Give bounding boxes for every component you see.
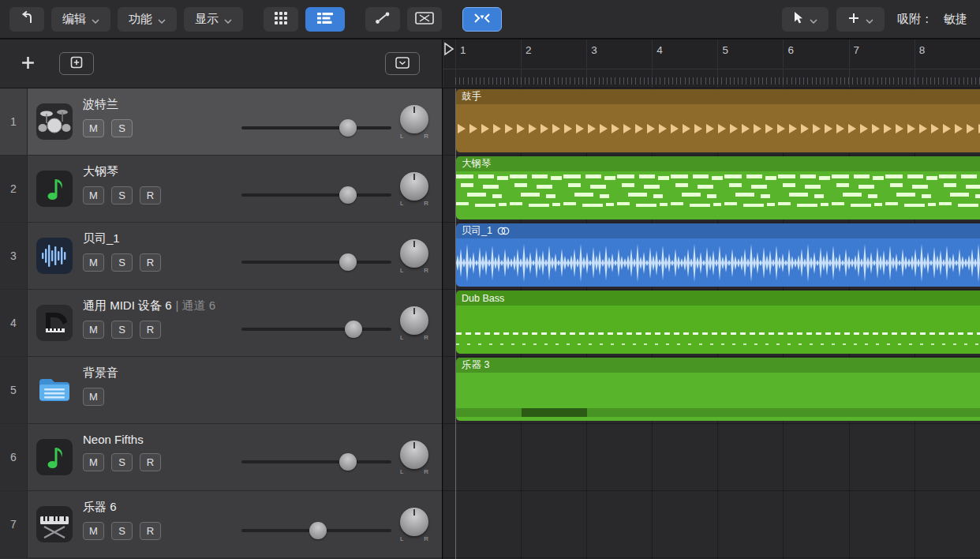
pan-knob[interactable]: LR bbox=[398, 305, 431, 341]
solo-button[interactable]: S bbox=[111, 321, 133, 339]
grand-piano-icon[interactable] bbox=[36, 305, 73, 341]
pan-knob[interactable]: LR bbox=[398, 238, 431, 274]
volume-slider-thumb[interactable] bbox=[339, 119, 357, 137]
mute-button[interactable]: M bbox=[83, 119, 104, 137]
track-header[interactable]: 1波特兰MSLR bbox=[0, 88, 442, 156]
region[interactable]: 贝司_1 bbox=[456, 223, 980, 287]
volume-slider-thumb[interactable] bbox=[345, 321, 362, 338]
bar-number: 1 bbox=[460, 44, 466, 56]
mute-button[interactable]: M bbox=[83, 253, 104, 272]
add-track-button[interactable] bbox=[21, 55, 36, 73]
automation-button[interactable] bbox=[365, 7, 400, 32]
back-arrow-icon bbox=[19, 10, 35, 28]
track-name[interactable]: 乐器 6 bbox=[83, 500, 396, 515]
pan-knob[interactable]: LR bbox=[398, 171, 431, 207]
ruler[interactable]: 12345678 bbox=[443, 39, 980, 88]
volume-slider-thumb[interactable] bbox=[339, 186, 357, 204]
midi-note-icon[interactable] bbox=[36, 171, 73, 207]
region[interactable]: 鼓手 bbox=[456, 89, 980, 152]
track-lane[interactable]: 乐器 3 bbox=[443, 357, 980, 424]
region[interactable]: Dub Bass bbox=[456, 291, 980, 354]
tracks-view-button[interactable] bbox=[305, 7, 345, 32]
mute-button[interactable]: M bbox=[83, 388, 104, 406]
solo-button[interactable]: S bbox=[111, 186, 133, 204]
record-enable-button[interactable]: R bbox=[140, 186, 161, 204]
record-enable-button[interactable]: R bbox=[140, 253, 161, 272]
midi-note-icon[interactable] bbox=[36, 439, 73, 475]
audio-wave-icon[interactable] bbox=[36, 238, 73, 274]
record-enable-button[interactable]: R bbox=[140, 321, 161, 339]
mute-button[interactable]: M bbox=[83, 321, 104, 339]
volume-slider-thumb[interactable] bbox=[339, 253, 357, 271]
track-name[interactable]: 通用 MIDI 设备 6| 通道 6 bbox=[83, 298, 396, 313]
mute-button[interactable]: M bbox=[83, 522, 104, 540]
volume-slider[interactable] bbox=[241, 522, 391, 539]
pan-knob[interactable]: LR bbox=[398, 506, 431, 542]
track-lane[interactable] bbox=[443, 424, 980, 491]
pan-knob-dial[interactable] bbox=[400, 441, 428, 469]
volume-slider[interactable] bbox=[241, 119, 391, 137]
track-header[interactable]: 6Neon FifthsMSRLR bbox=[0, 424, 442, 491]
secondary-tool-dropdown[interactable] bbox=[836, 7, 885, 32]
track-name[interactable]: 背景音 bbox=[83, 366, 442, 381]
flex-button[interactable] bbox=[407, 7, 442, 32]
track-name[interactable]: Neon Fifths bbox=[83, 433, 396, 446]
playhead-line[interactable] bbox=[455, 88, 456, 559]
playhead-marker-icon[interactable] bbox=[443, 42, 454, 59]
track-header-main: 背景音M bbox=[73, 357, 442, 423]
track-name[interactable]: 大钢琴 bbox=[83, 164, 396, 179]
pan-right-label: R bbox=[424, 133, 428, 140]
volume-slider-thumb[interactable] bbox=[309, 522, 327, 539]
track-header[interactable]: 4通用 MIDI 设备 6| 通道 6MSRLR bbox=[0, 290, 442, 357]
grid-view-button[interactable] bbox=[264, 7, 298, 32]
track-header-config-button[interactable] bbox=[385, 52, 420, 75]
add-track-icon bbox=[21, 61, 36, 73]
track-header[interactable]: 5背景音M bbox=[0, 357, 442, 424]
back-button[interactable] bbox=[9, 7, 44, 32]
pan-knob-dial[interactable] bbox=[400, 239, 428, 268]
drum-kit-icon[interactable] bbox=[36, 103, 73, 140]
duplicate-track-button[interactable] bbox=[59, 52, 94, 75]
track-lane[interactable]: 贝司_1 bbox=[443, 223, 980, 290]
track-header[interactable]: 2大钢琴MSRLR bbox=[0, 156, 442, 223]
track-name[interactable]: 波特兰 bbox=[83, 97, 396, 112]
pan-right-label: R bbox=[424, 200, 428, 207]
track-lane[interactable]: 鼓手 bbox=[443, 88, 980, 156]
track-lane[interactable] bbox=[443, 491, 980, 558]
pan-knob[interactable]: LR bbox=[398, 439, 431, 475]
edit-menu[interactable]: 编辑 bbox=[51, 7, 110, 32]
keyboard-icon[interactable] bbox=[36, 506, 73, 542]
solo-button[interactable]: S bbox=[111, 253, 133, 272]
pan-knob-dial[interactable] bbox=[400, 172, 428, 201]
pan-knob[interactable]: LR bbox=[398, 103, 431, 140]
track-lane[interactable]: 大钢琴 bbox=[443, 156, 980, 223]
mute-button[interactable]: M bbox=[83, 453, 104, 471]
track-lane[interactable]: Dub Bass bbox=[443, 290, 980, 357]
volume-slider[interactable] bbox=[241, 453, 391, 471]
pan-knob-dial[interactable] bbox=[400, 105, 428, 133]
volume-slider[interactable] bbox=[241, 253, 391, 271]
record-enable-button[interactable]: R bbox=[140, 522, 161, 540]
pan-knob-dial[interactable] bbox=[400, 306, 428, 335]
pan-knob-dial[interactable] bbox=[400, 508, 428, 536]
region-label: 乐器 3 bbox=[462, 358, 489, 372]
track-header[interactable]: 3贝司_1MSRLR bbox=[0, 223, 442, 290]
functions-menu[interactable]: 功能 bbox=[118, 7, 177, 32]
solo-button[interactable]: S bbox=[111, 453, 133, 471]
volume-slider[interactable] bbox=[241, 321, 391, 338]
solo-button[interactable]: S bbox=[111, 119, 133, 137]
record-enable-button[interactable]: R bbox=[140, 453, 161, 471]
view-menu[interactable]: 显示 bbox=[184, 7, 243, 32]
track-name[interactable]: 贝司_1 bbox=[83, 231, 396, 246]
volume-slider-thumb[interactable] bbox=[339, 453, 357, 471]
catch-playhead-button[interactable] bbox=[462, 7, 502, 32]
volume-slider[interactable] bbox=[241, 186, 391, 204]
region[interactable]: 乐器 3 bbox=[456, 358, 980, 421]
track-header[interactable]: 7乐器 6MSRLR bbox=[0, 491, 442, 558]
pointer-tool-dropdown[interactable] bbox=[782, 7, 829, 32]
snap-value-button[interactable]: 敏捷 bbox=[941, 12, 971, 27]
folder-icon[interactable] bbox=[36, 372, 73, 408]
region[interactable]: 大钢琴 bbox=[456, 156, 980, 219]
mute-button[interactable]: M bbox=[83, 186, 104, 204]
solo-button[interactable]: S bbox=[111, 522, 133, 540]
